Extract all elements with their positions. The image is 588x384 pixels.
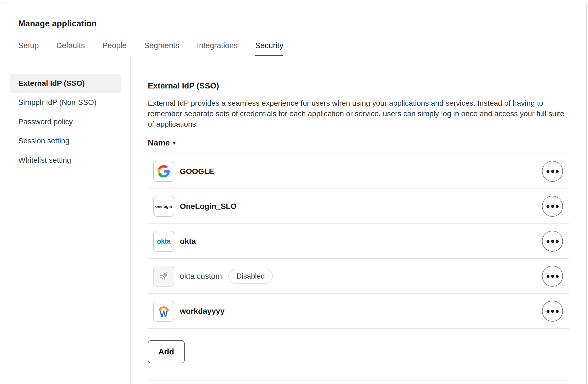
provider-icon-box: onelogin okta W (153, 161, 174, 182)
tabs-divider (13, 56, 569, 56)
add-button[interactable]: Add (148, 340, 185, 363)
ellipsis-icon (547, 205, 550, 208)
bottom-divider (148, 380, 569, 381)
sidebar-item-external-idp-sso[interactable]: External IdP (SSO) (10, 74, 121, 93)
provider-icon-box: onelogin okta W (153, 266, 174, 287)
row-menu-button[interactable] (542, 231, 563, 252)
provider-name: okta (180, 237, 196, 246)
provider-name: okta custom (180, 272, 222, 281)
sort-caret-icon: ▾ (173, 138, 176, 149)
ellipsis-icon (547, 240, 550, 243)
sidebar-item-password-policy[interactable]: Password policy (10, 112, 121, 131)
tab-setup[interactable]: Setup (18, 40, 39, 56)
row-menu-button[interactable] (542, 196, 563, 217)
sidebar-item-whitelist-setting[interactable]: Whitelist setting (10, 151, 121, 170)
idp-provider-list: onelogin okta W GOOGLE (148, 154, 569, 329)
sidebar-item-session-setting[interactable]: Session setting (10, 131, 121, 151)
tab-bar: SetupDefaultsPeopleSegmentsIntegrationsS… (18, 40, 283, 56)
provider-name: OneLogin_SLO (180, 202, 237, 211)
name-column-label: Name (148, 137, 170, 148)
provider-row-workdayyyy[interactable]: onelogin okta W workdayyyy (148, 293, 569, 328)
onelogin-logo-icon: onelogin (155, 204, 172, 209)
provider-row-onelogin-slo[interactable]: onelogin okta W OneLogin_SLO (148, 189, 569, 223)
status-badge: Disabled (228, 269, 273, 284)
okta-logo-icon: okta (157, 237, 170, 245)
ellipsis-icon (547, 275, 550, 278)
row-menu-button[interactable] (542, 301, 563, 322)
tab-security[interactable]: Security (255, 40, 284, 56)
provider-icon-box: onelogin okta W (153, 301, 174, 322)
ellipsis-icon (547, 170, 550, 173)
workday-logo-icon: W (157, 304, 170, 318)
rocket-icon (158, 270, 170, 282)
provider-name: GOOGLE (180, 167, 214, 176)
tab-people[interactable]: People (102, 40, 127, 56)
sidebar-divider (130, 56, 131, 384)
tab-integrations[interactable]: Integrations (197, 40, 238, 56)
google-logo-icon (158, 165, 170, 177)
provider-row-google[interactable]: onelogin okta W GOOGLE (148, 154, 569, 189)
row-menu-button[interactable] (542, 161, 563, 182)
name-sort-header[interactable]: Name ▾ (148, 137, 175, 148)
tab-defaults[interactable]: Defaults (56, 40, 85, 56)
row-menu-button[interactable] (542, 266, 563, 287)
svg-text:W: W (160, 310, 168, 318)
provider-icon-box: onelogin okta W (153, 196, 174, 217)
ellipsis-icon (547, 310, 550, 313)
section-description: External IdP provides a seamless experie… (148, 98, 565, 129)
provider-icon-box: onelogin okta W (153, 231, 174, 252)
provider-row-okta[interactable]: onelogin okta W okta (148, 223, 569, 258)
tab-segments[interactable]: Segments (144, 40, 180, 56)
sidebar-item-simpplr-idp-non-sso[interactable]: Simpplr IdP (Non-SSO) (10, 93, 121, 112)
security-sidebar: External IdP (SSO)Simpplr IdP (Non-SSO)P… (10, 74, 121, 170)
provider-name: workdayyyy (180, 307, 225, 316)
manage-application-page: Manage application SetupDefaultsPeopleSe… (0, 0, 588, 384)
page-title: Manage application (18, 19, 97, 29)
provider-row-okta-custom[interactable]: onelogin okta W okta custom Disabled (148, 258, 569, 293)
section-heading: External IdP (SSO) (148, 80, 219, 91)
